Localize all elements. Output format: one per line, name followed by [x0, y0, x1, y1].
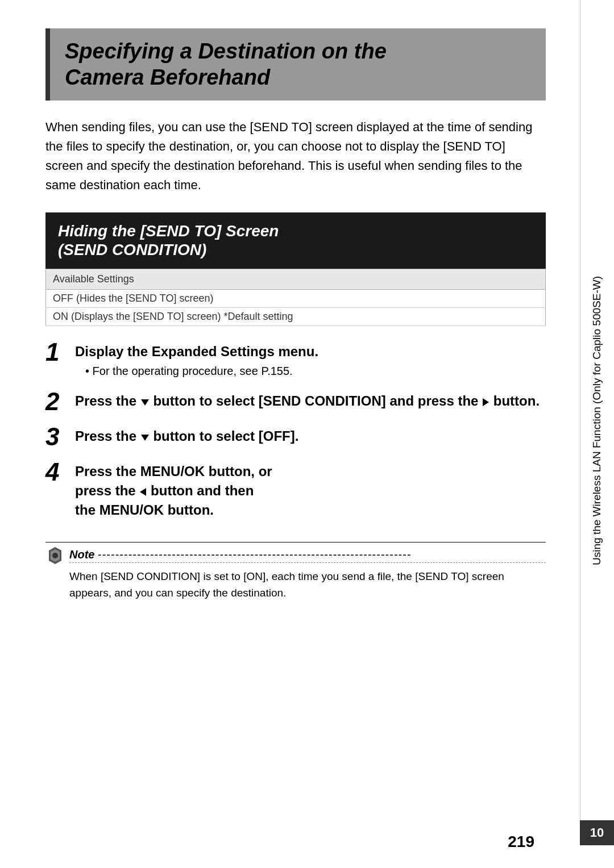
step-3-text-after: button to select [OFF]. [153, 428, 298, 444]
step-3: 3 Press the button to select [OFF]. [45, 427, 546, 449]
section-title: Hiding the [SEND TO] Screen (SEND CONDIT… [58, 222, 534, 260]
step-4-line3: the MENU/OK button. [75, 502, 214, 518]
step-4-line1: Press the MENU/OK button, or [75, 464, 272, 479]
step-2-text-before: Press the [75, 393, 136, 408]
note-title-text: Note -----------------------------------… [69, 548, 546, 563]
page: Specifying a Destination on the Camera B… [0, 0, 614, 868]
note-title-row: Note -----------------------------------… [45, 546, 546, 565]
step-4: 4 Press the MENU/OK button, or press the… [45, 462, 546, 519]
table-header: Available Settings [46, 269, 546, 289]
main-content: Specifying a Destination on the Camera B… [0, 0, 580, 868]
table-row: OFF (Hides the [SEND TO] screen) [46, 289, 546, 307]
step-1: 1 Display the Expanded Settings menu. Fo… [45, 342, 546, 379]
down-arrow-icon-2 [141, 435, 149, 441]
title-header: Specifying a Destination on the Camera B… [45, 28, 546, 101]
step-4-line2-after: button and then [151, 483, 254, 498]
step-4-line2-before: press the [75, 483, 136, 498]
section-header: Hiding the [SEND TO] Screen (SEND CONDIT… [45, 212, 546, 269]
side-tab: Using the Wireless LAN Function (Only fo… [580, 0, 614, 841]
right-arrow-icon [483, 398, 489, 406]
step-1-sub: For the operating procedure, see P.155. [75, 363, 318, 379]
bottom-page-number: 219 [508, 833, 534, 851]
side-text: Using the Wireless LAN Function (Only fo… [590, 276, 604, 565]
step-2-content: Press the button to select [SEND CONDITI… [75, 391, 540, 411]
settings-table: Available Settings OFF (Hides the [SEND … [45, 269, 546, 326]
step-4-content: Press the MENU/OK button, or press the b… [75, 462, 272, 519]
note-icon [45, 546, 65, 565]
page-number-box: 10 [580, 820, 614, 845]
svg-point-0 [52, 553, 58, 558]
step-2: 2 Press the button to select [SEND CONDI… [45, 391, 546, 414]
step-2-text-after: button. [493, 393, 540, 408]
note-body: When [SEND CONDITION] is set to [ON], ea… [45, 569, 546, 601]
steps-container: 1 Display the Expanded Settings menu. Fo… [45, 342, 546, 519]
note-section: Note -----------------------------------… [45, 542, 546, 601]
step-number-2: 2 [45, 389, 75, 414]
table-row: ON (Displays the [SEND TO] screen) *Defa… [46, 307, 546, 326]
page-title: Specifying a Destination on the Camera B… [65, 39, 534, 90]
intro-paragraph: When sending files, you can use the [SEN… [45, 118, 546, 195]
step-number-4: 4 [45, 460, 75, 485]
step-1-content: Display the Expanded Settings menu. For … [75, 342, 318, 379]
step-number-3: 3 [45, 424, 75, 449]
step-3-text-before: Press the [75, 428, 136, 444]
down-arrow-icon [141, 399, 149, 406]
step-2-text-middle: button to select [SEND CONDITION] and pr… [153, 393, 478, 408]
step-3-content: Press the button to select [OFF]. [75, 427, 298, 446]
step-number-1: 1 [45, 340, 75, 365]
left-arrow-icon [140, 488, 146, 496]
